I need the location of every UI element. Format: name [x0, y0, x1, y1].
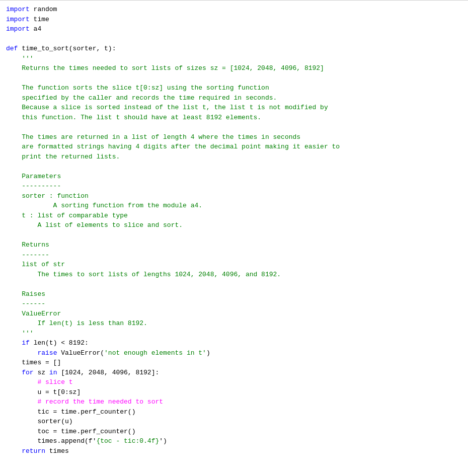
- code-editor: import random import time import a4 def …: [0, 0, 468, 476]
- code-content: import random import time import a4 def …: [6, 5, 462, 456]
